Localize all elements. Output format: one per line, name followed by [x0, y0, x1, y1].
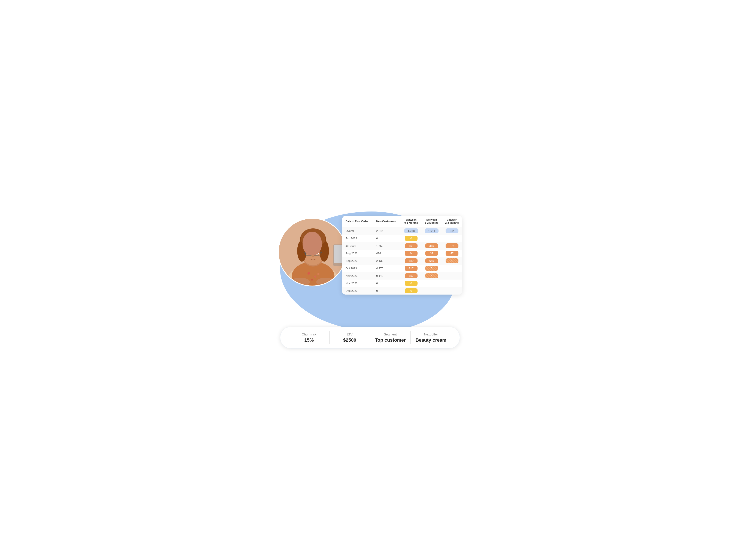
- data-table-card: Date of First Order New Customers Betwee…: [342, 216, 462, 295]
- cohort-pill: 1,011: [425, 228, 439, 234]
- cohort-pill: 0: [405, 288, 418, 293]
- svg-point-20: [307, 252, 311, 255]
- cell-cohort-1: [422, 287, 442, 295]
- stat-ltv: LTV $2500: [330, 333, 370, 343]
- col-header-new-customers: New Customers: [374, 216, 401, 227]
- table-row: Jun 202300: [342, 235, 462, 242]
- cohort-pill: 0: [405, 281, 418, 286]
- cell-cohort-2: [442, 265, 462, 272]
- cell-cohort-2: [442, 235, 462, 242]
- svg-point-14: [301, 228, 326, 248]
- cell-cohort-1: 5: [422, 265, 442, 272]
- svg-point-12: [297, 240, 307, 262]
- table-row: Overall2,8461,2581,011344: [342, 227, 462, 235]
- col-header-date: Date of First Order: [342, 216, 374, 227]
- cell-cohort-2: 344: [442, 227, 462, 235]
- cell-cohort-1: [422, 280, 442, 287]
- cohort-pill: 4: [425, 273, 438, 278]
- cohort-pill: 0: [405, 236, 418, 241]
- table-row: Dec 202300: [342, 287, 462, 295]
- cell-date: Aug 2023: [342, 250, 374, 257]
- cell-new-customers: 0: [374, 287, 401, 295]
- cell-cohort-2: [442, 272, 462, 280]
- table-row: Nov 202300: [342, 280, 462, 287]
- table-row: Aug 2023414443247: [342, 250, 462, 257]
- cell-date: Jun 2023: [342, 235, 374, 242]
- cell-cohort-2: 276: [442, 242, 462, 250]
- segment-label: Segment: [370, 333, 411, 336]
- cell-date: Nov 2023: [342, 272, 374, 280]
- svg-point-7: [317, 273, 319, 275]
- cohort-pill: 315: [425, 244, 438, 248]
- cohort-pill: 717: [405, 266, 418, 271]
- stat-next-offer: Next offer Beauty cream: [411, 333, 451, 343]
- cohort-pill: 151: [405, 244, 418, 248]
- cell-cohort-0: 717: [401, 265, 422, 272]
- cohort-pill: 157: [405, 273, 418, 278]
- cell-cohort-2: 21: [442, 257, 462, 265]
- cell-new-customers: 1,660: [374, 242, 401, 250]
- cell-new-customers: 2,846: [374, 227, 401, 235]
- cell-cohort-1: 315: [422, 242, 442, 250]
- cell-cohort-0: 44: [401, 250, 422, 257]
- ltv-label: LTV: [330, 333, 370, 336]
- table-row: Sep 20232,13018965521: [342, 257, 462, 265]
- table-row: Nov 20239,1481574: [342, 272, 462, 280]
- cell-cohort-1: [422, 235, 442, 242]
- svg-point-21: [315, 252, 319, 255]
- cell-date: Nov 2023: [342, 280, 374, 287]
- svg-point-13: [319, 240, 329, 262]
- cell-date: Overall: [342, 227, 374, 235]
- col-header-1-2-months: Between1-2 Months: [422, 216, 442, 227]
- stat-churn-risk: Churn risk 15%: [289, 333, 329, 343]
- cohort-pill: 1,258: [404, 228, 418, 234]
- next-offer-label: Next offer: [411, 333, 451, 336]
- svg-point-6: [311, 279, 313, 281]
- cohort-pill: 47: [446, 251, 458, 256]
- svg-point-5: [314, 276, 316, 278]
- cell-cohort-1: 32: [422, 250, 442, 257]
- cell-new-customers: 0: [374, 280, 401, 287]
- cell-cohort-0: 151: [401, 242, 422, 250]
- cell-cohort-1: 1,011: [422, 227, 442, 235]
- table-row: Jul 20231,660151315276: [342, 242, 462, 250]
- cohort-pill: 655: [425, 258, 438, 263]
- col-header-2-3-months: Between2-3 Months: [442, 216, 462, 227]
- cell-cohort-2: [442, 280, 462, 287]
- cell-new-customers: 4,270: [374, 265, 401, 272]
- next-offer-value: Beauty cream: [411, 337, 451, 343]
- cohort-table: Date of First Order New Customers Betwee…: [342, 216, 462, 295]
- cell-date: Jul 2023: [342, 242, 374, 250]
- svg-point-24: [312, 255, 314, 257]
- cell-cohort-1: 655: [422, 257, 442, 265]
- cell-cohort-0: 157: [401, 272, 422, 280]
- cell-new-customers: 414: [374, 250, 401, 257]
- stat-segment: Segment Top customer: [370, 333, 411, 343]
- stats-bar: Churn risk 15% LTV $2500 Segment Top cus…: [280, 326, 460, 349]
- svg-point-22: [308, 252, 310, 254]
- cohort-pill: 21: [446, 258, 458, 263]
- cell-date: Dec 2023: [342, 287, 374, 295]
- cell-new-customers: 9,148: [374, 272, 401, 280]
- cell-new-customers: 0: [374, 235, 401, 242]
- cohort-pill: 5: [425, 266, 438, 271]
- svg-point-23: [316, 252, 318, 254]
- scene: Date of First Order New Customers Betwee…: [274, 207, 466, 353]
- cell-cohort-0: 0: [401, 280, 422, 287]
- cohort-pill: 32: [425, 251, 438, 256]
- churn-risk-value: 15%: [289, 337, 329, 343]
- churn-risk-label: Churn risk: [289, 333, 329, 336]
- cohort-pill: 44: [405, 251, 418, 256]
- segment-value: Top customer: [370, 337, 411, 343]
- cell-cohort-2: [442, 287, 462, 295]
- cohort-pill: 189: [405, 258, 418, 263]
- cohort-pill: 344: [446, 228, 458, 234]
- cell-cohort-2: 47: [442, 250, 462, 257]
- cohort-pill: 276: [446, 244, 458, 248]
- cell-cohort-1: 4: [422, 272, 442, 280]
- col-header-0-1-months: Between0-1 Months: [401, 216, 422, 227]
- cell-cohort-0: 0: [401, 235, 422, 242]
- ltv-value: $2500: [330, 337, 370, 343]
- table-row: Oct 20234,2707175: [342, 265, 462, 272]
- cell-date: Sep 2023: [342, 257, 374, 265]
